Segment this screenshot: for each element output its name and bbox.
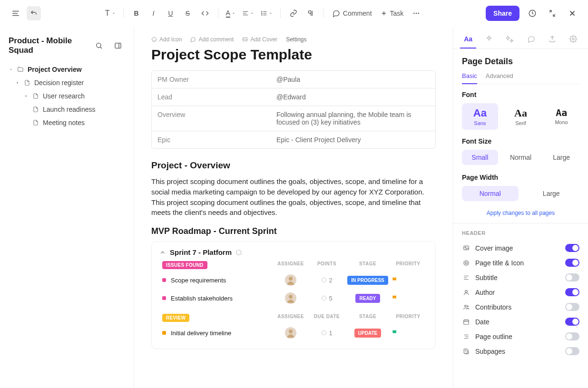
toggle-switch[interactable] xyxy=(565,273,579,281)
svg-point-15 xyxy=(289,295,293,299)
close-icon[interactable] xyxy=(565,6,579,20)
info-icon xyxy=(235,249,242,256)
toggle-row: Page outline xyxy=(462,329,579,344)
toggle-switch[interactable] xyxy=(565,332,579,340)
undo-icon[interactable] xyxy=(27,6,41,20)
history-icon[interactable] xyxy=(525,6,539,20)
font-option[interactable]: AaMono xyxy=(543,103,579,130)
avatar xyxy=(285,327,296,339)
strikethrough-icon[interactable]: S xyxy=(181,6,195,20)
toggle-row: Date xyxy=(462,314,579,329)
toggle-switch[interactable] xyxy=(565,347,579,355)
svg-point-22 xyxy=(465,247,466,248)
list-dropdown[interactable] xyxy=(259,6,274,20)
svg-point-23 xyxy=(464,260,469,265)
panel-title: Page Details xyxy=(462,57,579,67)
flag-icon xyxy=(392,330,425,336)
sprint-row[interactable]: Scope requirements2IN PROGRESS xyxy=(159,271,428,289)
outline-icon xyxy=(462,333,470,340)
code-icon[interactable] xyxy=(198,6,212,20)
svg-rect-28 xyxy=(464,320,469,324)
tab-comments[interactable] xyxy=(523,31,539,48)
toggle-switch[interactable] xyxy=(565,288,579,296)
segment-small[interactable]: Small xyxy=(462,150,498,165)
tab-export[interactable] xyxy=(544,31,560,48)
sprint-toggle[interactable]: Sprint 7 - Platform xyxy=(159,248,428,256)
page-content: Add Icon Add comment Add Cover Settings … xyxy=(134,27,453,388)
paragraph-icon[interactable] xyxy=(304,6,318,20)
svg-point-18 xyxy=(289,330,293,333)
toggle-row: Author xyxy=(462,285,579,300)
tree-item[interactable]: Launch readiness xyxy=(6,103,128,116)
collapse-icon[interactable] xyxy=(545,6,559,20)
page-settings-action[interactable]: Settings xyxy=(286,36,306,43)
svg-point-4 xyxy=(416,12,417,14)
menu-icon[interactable] xyxy=(9,6,23,20)
group-tag: REVIEW xyxy=(162,314,189,322)
svg-point-19 xyxy=(322,331,326,335)
comment-button[interactable]: Comment xyxy=(330,8,375,19)
tree-item[interactable]: User research xyxy=(6,89,128,103)
search-icon[interactable] xyxy=(92,39,106,53)
text-style-dropdown[interactable]: T xyxy=(103,6,118,20)
title-icon xyxy=(462,260,470,266)
font-option[interactable]: AaSans xyxy=(462,103,498,130)
align-dropdown[interactable] xyxy=(240,6,256,20)
svg-point-6 xyxy=(97,43,101,48)
underline-icon[interactable]: U xyxy=(164,6,178,20)
fontsize-label: Font Size xyxy=(462,137,579,145)
subpages-icon xyxy=(462,348,470,355)
apply-all-link[interactable]: Apply changes to all pages xyxy=(462,210,579,216)
tree-item[interactable]: Decision register xyxy=(6,76,128,89)
sprint-row[interactable]: Initial delivery timeline1UPDATE xyxy=(159,324,428,342)
overview-body: This project scoping document outlines t… xyxy=(151,176,436,218)
tab-ai2[interactable] xyxy=(502,31,518,48)
flag-icon xyxy=(392,295,425,301)
tab-page-details[interactable]: Aa xyxy=(460,31,476,48)
add-cover-action[interactable]: Add Cover xyxy=(242,36,277,43)
flag-icon xyxy=(392,277,425,283)
svg-point-16 xyxy=(322,296,326,301)
svg-point-8 xyxy=(152,38,157,42)
task-button[interactable]: Task xyxy=(378,8,407,19)
toggle-switch[interactable] xyxy=(565,318,579,326)
tree-item[interactable]: Meeting notes xyxy=(6,116,128,129)
subtab-basic[interactable]: Basic xyxy=(462,72,477,84)
segment-large[interactable]: Large xyxy=(543,150,579,165)
more-icon[interactable] xyxy=(409,6,423,20)
avatar xyxy=(285,292,296,304)
italic-icon[interactable]: I xyxy=(147,6,161,20)
tab-ai[interactable] xyxy=(481,31,497,48)
toggle-row: Contributors xyxy=(462,300,579,314)
segment-large[interactable]: Large xyxy=(523,186,580,201)
svg-rect-7 xyxy=(115,43,121,48)
toggle-switch[interactable] xyxy=(565,259,579,267)
date-icon xyxy=(462,319,470,325)
segment-normal[interactable]: Normal xyxy=(503,150,539,165)
svg-point-12 xyxy=(289,277,293,281)
sprint-card: Sprint 7 - Platform ISSUES FOUNDASSIGNEE… xyxy=(151,241,436,349)
tree-item[interactable]: Project Overview xyxy=(6,63,128,76)
svg-point-2 xyxy=(262,14,262,15)
add-icon-action[interactable]: Add Icon xyxy=(151,36,182,43)
info-table: PM Owner@PaulaLead@EdwardOverviewFollowi… xyxy=(151,70,436,149)
segment-normal[interactable]: Normal xyxy=(462,186,519,201)
svg-point-24 xyxy=(465,262,468,264)
font-option[interactable]: AaSerif xyxy=(503,103,539,130)
bold-icon[interactable]: B xyxy=(129,6,144,20)
tab-settings-gear[interactable] xyxy=(565,31,581,48)
toggle-switch[interactable] xyxy=(565,244,579,252)
svg-point-5 xyxy=(418,12,420,14)
link-icon[interactable] xyxy=(286,6,301,20)
share-button[interactable]: Share xyxy=(486,6,519,21)
subtab-advanced[interactable]: Advanced xyxy=(486,72,513,84)
workspace-title: Product - Mobile Squad xyxy=(6,33,128,60)
svg-point-1 xyxy=(262,13,262,13)
panel-toggle-icon[interactable] xyxy=(111,39,125,53)
toggle-switch[interactable] xyxy=(565,303,579,311)
text-color-dropdown[interactable]: A xyxy=(224,6,237,20)
svg-point-20 xyxy=(572,38,574,40)
sprint-row[interactable]: Establish stakeholders5READY xyxy=(159,289,428,307)
add-comment-action[interactable]: Add comment xyxy=(190,36,234,43)
font-label: Font xyxy=(462,91,579,98)
